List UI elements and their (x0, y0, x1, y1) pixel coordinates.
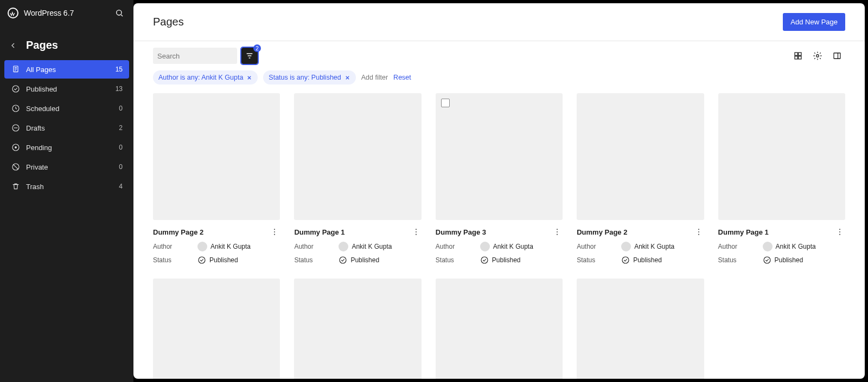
page-thumbnail[interactable] (153, 93, 280, 220)
sidebar-item-label: Pending (26, 144, 52, 152)
published-icon (763, 256, 771, 264)
select-checkbox[interactable] (441, 99, 450, 107)
page-thumbnail[interactable] (294, 279, 421, 379)
page-actions-menu[interactable] (834, 226, 845, 237)
page-thumbnail[interactable] (718, 93, 845, 220)
remove-filter-icon[interactable] (246, 75, 252, 81)
status-label: Status (577, 256, 621, 264)
sidebar-item-label: Private (26, 163, 48, 171)
svg-rect-10 (799, 53, 801, 55)
filter-chip-author[interactable]: Author is any: Ankit K Gupta (153, 70, 258, 85)
page-card: Dummy Page 3AuthorAnkit K GuptaStatusPub… (436, 93, 563, 264)
svg-point-28 (698, 231, 699, 232)
brand[interactable]: WordPress 6.7 (8, 8, 74, 18)
page-actions-menu[interactable] (552, 226, 563, 237)
status-value: Published (763, 256, 803, 264)
sidebar-item-count: 0 (119, 163, 123, 171)
reset-filters-button[interactable]: Reset (393, 74, 411, 81)
add-filter-button[interactable]: Add filter (361, 74, 388, 81)
sidebar-title: Pages (26, 39, 58, 51)
filter-button[interactable]: 2 (241, 48, 258, 64)
sidebar-item-pending[interactable]: Pending 0 (4, 138, 129, 157)
svg-point-34 (764, 257, 770, 263)
search-input[interactable] (157, 52, 248, 60)
filter-chip-label: Status is any: Published (269, 74, 341, 81)
check-circle-icon (11, 84, 21, 94)
page-actions-menu[interactable] (269, 226, 280, 237)
page-title-link[interactable]: Dummy Page 2 (153, 228, 203, 236)
sidebar: WordPress 6.7 Pages All Pages 15 (0, 0, 133, 382)
page-card: Dummy Page 1AuthorAnkit K GuptaStatusPub… (294, 93, 421, 264)
svg-point-27 (698, 229, 699, 230)
published-icon (339, 256, 347, 264)
search-box[interactable] (153, 48, 237, 64)
page-title-link[interactable]: Dummy Page 2 (577, 228, 627, 236)
sidebar-item-all-pages[interactable]: All Pages 15 (4, 60, 129, 79)
back-button[interactable] (8, 40, 18, 51)
svg-point-18 (199, 257, 205, 263)
trash-icon (11, 182, 21, 191)
page-title: Pages (153, 16, 184, 28)
avatar-icon (763, 242, 773, 251)
status-label: Status (294, 256, 339, 264)
sidebar-item-published[interactable]: Published 13 (4, 80, 129, 98)
svg-point-31 (839, 229, 840, 230)
sidebar-item-drafts[interactable]: Drafts 2 (4, 119, 129, 137)
avatar-icon (480, 242, 490, 251)
author-label: Author (294, 243, 339, 250)
author-value: Ankit K Gupta (480, 242, 533, 251)
sidebar-item-private[interactable]: Private 0 (4, 158, 129, 176)
sidebar-item-count: 0 (119, 144, 123, 151)
page-thumbnail[interactable] (294, 93, 421, 220)
page-actions-menu[interactable] (411, 226, 422, 237)
sidebar-item-scheduled[interactable]: Scheduled 0 (4, 99, 129, 118)
page-thumbnail[interactable] (577, 279, 704, 379)
page-title-link[interactable]: Dummy Page 1 (294, 228, 344, 236)
sidebar-item-label: Published (26, 85, 57, 93)
page-thumbnail[interactable] (436, 93, 563, 220)
svg-point-33 (839, 234, 840, 235)
svg-point-21 (416, 234, 417, 235)
sidebar-search-button[interactable] (113, 7, 126, 20)
filter-chip-status[interactable]: Status is any: Published (263, 70, 355, 85)
svg-point-24 (557, 231, 558, 232)
private-icon (11, 162, 21, 172)
add-new-page-button[interactable]: Add New Page (783, 13, 845, 31)
svg-point-25 (557, 234, 558, 235)
sidebar-item-label: Drafts (26, 124, 45, 132)
svg-point-0 (117, 10, 122, 15)
settings-button[interactable] (809, 48, 826, 64)
status-label: Status (436, 256, 480, 264)
svg-point-22 (340, 257, 346, 263)
author-label: Author (577, 243, 621, 250)
page-title-link[interactable]: Dummy Page 3 (436, 228, 486, 236)
clock-icon (11, 103, 21, 113)
svg-point-19 (416, 229, 417, 230)
sidebar-item-trash[interactable]: Trash 4 (4, 177, 129, 196)
published-icon (621, 256, 630, 264)
page-card (577, 279, 704, 379)
status-label: Status (153, 256, 197, 264)
svg-rect-9 (795, 53, 797, 55)
author-value: Ankit K Gupta (763, 242, 816, 251)
status-label: Status (718, 256, 763, 264)
page-thumbnail[interactable] (577, 93, 704, 220)
sidebar-item-label: Scheduled (26, 105, 59, 113)
status-value: Published (197, 256, 238, 264)
avatar-icon (621, 242, 631, 251)
author-label: Author (436, 243, 480, 250)
page-thumbnail[interactable] (153, 279, 280, 379)
page-thumbnail[interactable] (436, 279, 563, 379)
main-panel: Pages Add New Page 2 Au (133, 3, 865, 379)
sidebar-header: WordPress 6.7 (0, 2, 133, 24)
page-actions-menu[interactable] (693, 226, 704, 237)
remove-filter-icon[interactable] (344, 75, 350, 81)
panel-toggle-button[interactable] (829, 48, 845, 64)
page-title-link[interactable]: Dummy Page 1 (718, 228, 769, 236)
grid-view-button[interactable] (790, 48, 806, 64)
draft-icon (11, 123, 21, 133)
svg-point-26 (481, 257, 488, 263)
svg-point-17 (274, 234, 275, 235)
svg-point-20 (416, 231, 417, 232)
status-value: Published (621, 256, 662, 264)
